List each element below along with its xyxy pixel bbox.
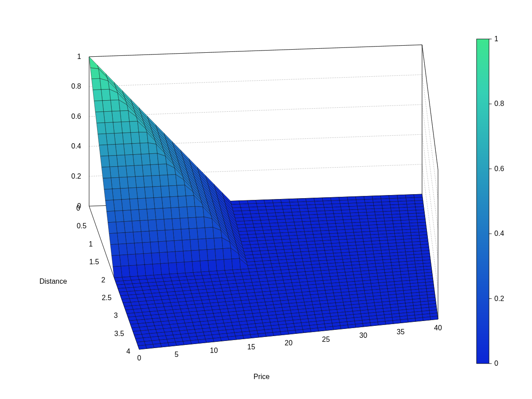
colorbar-tick: 1 xyxy=(494,35,498,43)
surface-3d-chart: 00.20.40.60.8100.511.522.533.54051015202… xyxy=(0,0,532,399)
x-tick: 20 xyxy=(285,339,293,347)
x-tick: 15 xyxy=(247,343,255,351)
svg-line-9 xyxy=(422,74,438,200)
x-tick: 35 xyxy=(397,328,405,336)
colorbar: 00.20.40.60.81 xyxy=(477,35,504,367)
surface xyxy=(89,57,438,349)
colorbar-tick: 0.4 xyxy=(494,230,504,237)
z-tick: 0.2 xyxy=(71,172,81,180)
svg-line-7 xyxy=(422,105,438,230)
x-tick: 5 xyxy=(175,351,179,358)
y-tick: 3.5 xyxy=(114,330,124,337)
y-tick: 0 xyxy=(76,204,80,212)
y-tick: 1 xyxy=(89,240,93,248)
x-tick: 40 xyxy=(434,324,442,332)
z-tick: 0.6 xyxy=(71,113,81,120)
y-axis-label: Distance xyxy=(39,278,67,285)
colorbar-tick: 0.6 xyxy=(494,165,504,172)
colorbar-tick: 0 xyxy=(494,360,498,367)
x-tick: 0 xyxy=(137,354,141,362)
z-tick: 0.8 xyxy=(71,82,81,90)
y-tick: 0.5 xyxy=(77,222,86,230)
colorbar-tick: 0.8 xyxy=(494,100,504,107)
x-axis-label: Price xyxy=(254,373,270,380)
x-tick: 25 xyxy=(322,336,330,343)
y-tick: 2 xyxy=(102,276,106,284)
y-tick: 4 xyxy=(126,348,130,355)
svg-line-8 xyxy=(89,74,422,86)
z-tick: 0.4 xyxy=(71,142,81,150)
y-tick: 1.5 xyxy=(89,258,99,266)
y-tick: 2.5 xyxy=(102,294,111,301)
x-tick: 30 xyxy=(360,332,368,339)
svg-line-15 xyxy=(89,45,422,57)
z-tick: 1 xyxy=(77,53,81,60)
svg-rect-19 xyxy=(477,39,489,364)
svg-line-16 xyxy=(422,45,438,170)
x-tick: 10 xyxy=(210,347,218,354)
y-tick: 3 xyxy=(114,312,118,319)
colorbar-tick: 0.2 xyxy=(494,295,504,302)
